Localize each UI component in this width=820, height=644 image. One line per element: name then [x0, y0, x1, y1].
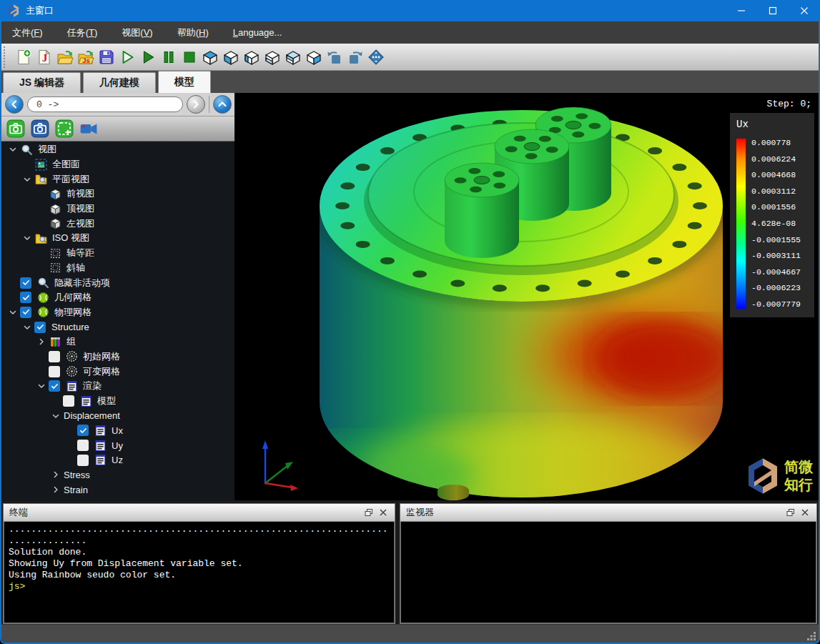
float-panel-button[interactable]	[784, 505, 798, 520]
tree-item-15[interactable]: 可变网格	[1, 364, 234, 379]
float-panel-button[interactable]	[362, 505, 376, 520]
close-button[interactable]	[789, 0, 820, 21]
pause-button[interactable]	[158, 46, 179, 68]
chevron-right-icon[interactable]	[49, 484, 63, 495]
menu-file[interactable]: 文件(F)	[6, 21, 49, 44]
tree-item-11[interactable]: 物理网格	[1, 305, 234, 320]
tab-bar: JS 编辑器 几何建模 模型	[1, 71, 819, 93]
record-video-button[interactable]	[79, 119, 98, 139]
tree-item-20[interactable]: Uy	[1, 438, 234, 453]
tree-item-22[interactable]: Stress	[1, 467, 234, 482]
doc-icon	[94, 440, 107, 452]
tree-item-0[interactable]: 视图	[1, 142, 234, 157]
tree-item-23[interactable]: Strain	[1, 482, 234, 497]
tree-item-6[interactable]: ISO 视图	[1, 231, 234, 246]
collapse-panel-button[interactable]	[213, 95, 232, 114]
view-top-button[interactable]	[199, 46, 220, 68]
view-bottom-button[interactable]	[262, 46, 282, 68]
checkbox-checked[interactable]	[20, 277, 31, 289]
maximize-button[interactable]	[757, 0, 789, 21]
checkbox-checked[interactable]	[77, 425, 89, 436]
tree-item-8[interactable]: 斜轴	[1, 261, 234, 276]
stop-button[interactable]	[179, 46, 199, 68]
minimize-button[interactable]	[726, 0, 757, 21]
view-right-button[interactable]	[303, 46, 324, 68]
terminal-output[interactable]: ........................................…	[4, 522, 395, 623]
tree-item-21[interactable]: Uz	[1, 452, 234, 467]
tree-item-14[interactable]: 初始网格	[1, 350, 234, 365]
chevron-down-icon[interactable]	[6, 307, 20, 318]
menu-task[interactable]: 任务(T)	[61, 21, 104, 44]
monitor-titlebar: 监视器	[400, 504, 816, 522]
checkbox-checked[interactable]	[20, 292, 31, 303]
checkbox-checked[interactable]	[20, 307, 31, 318]
toolbar-grip[interactable]	[4, 46, 9, 68]
chevron-down-icon[interactable]	[34, 380, 49, 392]
tree-item-13[interactable]: 组	[1, 335, 234, 350]
fit-view-button[interactable]	[365, 46, 386, 68]
chevron-down-icon[interactable]	[6, 144, 20, 155]
tree-item-5[interactable]: 左视图	[1, 216, 234, 231]
nav-separator	[209, 96, 209, 113]
checkbox-checked[interactable]	[49, 380, 60, 392]
chevron-right-icon[interactable]	[49, 469, 63, 480]
tree-item-19[interactable]: Ux	[1, 423, 234, 438]
save-button[interactable]	[96, 46, 117, 68]
close-panel-button[interactable]	[376, 505, 390, 520]
tree-item-2[interactable]: 平面视图	[1, 172, 234, 187]
resize-grip[interactable]	[806, 630, 816, 640]
chevron-down-icon[interactable]	[20, 232, 34, 244]
checkbox-unchecked[interactable]	[63, 395, 74, 407]
tree-item-18[interactable]: Displacement	[1, 408, 234, 423]
close-panel-button[interactable]	[798, 505, 812, 520]
tree-item-10[interactable]: 几何网格	[1, 290, 234, 305]
chevron-down-icon[interactable]	[49, 410, 63, 422]
screenshot-button[interactable]	[6, 119, 25, 139]
screenshot-window-button[interactable]	[30, 119, 49, 139]
capture-region-button[interactable]	[54, 119, 74, 139]
tab-js-editor[interactable]: JS 编辑器	[3, 72, 81, 93]
checkbox-unchecked[interactable]	[77, 455, 89, 466]
view-left-button[interactable]	[241, 46, 262, 68]
rotate-view-left-button[interactable]	[324, 46, 345, 68]
checkbox-checked[interactable]	[34, 322, 46, 333]
frame-input[interactable]	[27, 96, 183, 112]
chevron-down-icon[interactable]	[20, 174, 34, 185]
view-iso-button[interactable]	[282, 46, 303, 68]
tree-item-7[interactable]: 轴等距	[1, 246, 234, 261]
checkbox-unchecked[interactable]	[77, 440, 89, 451]
rotate-view-right-button[interactable]	[345, 46, 365, 68]
view-front-button[interactable]	[220, 46, 241, 68]
tree-item-12[interactable]: Structure	[1, 319, 234, 335]
tree-item-16[interactable]: 渲染	[1, 379, 234, 394]
close-icon	[801, 508, 809, 517]
tree-item-4[interactable]: 顶视图	[1, 202, 234, 217]
chevron-right-icon[interactable]	[34, 336, 49, 347]
tree-item-1[interactable]: 全图面	[1, 157, 234, 172]
viewport-3d[interactable]: Step: 0; Ux 0.0007780.00062240.00046680.…	[235, 93, 819, 500]
checkbox-unchecked[interactable]	[49, 366, 60, 377]
tree-item-label: 轴等距	[66, 247, 94, 259]
menu-view[interactable]: 视图(V)	[115, 21, 159, 44]
next-frame-button[interactable]	[187, 95, 205, 114]
tab-model[interactable]: 模型	[158, 71, 211, 93]
run-button[interactable]	[137, 46, 158, 68]
chevron-down-icon[interactable]	[20, 322, 34, 333]
doc-icon	[94, 454, 107, 466]
checkbox-unchecked[interactable]	[49, 351, 60, 362]
magnifier-icon	[36, 277, 49, 289]
open-folder-button[interactable]	[54, 46, 75, 68]
tree-item-9[interactable]: 隐藏非活动项	[1, 275, 234, 290]
new-js-file-button[interactable]: J	[34, 46, 54, 68]
prev-frame-button[interactable]	[5, 95, 24, 114]
open-js-folder-button[interactable]: Js	[75, 46, 96, 68]
tree-item-3[interactable]: 前视图	[1, 187, 234, 202]
menu-help[interactable]: 帮助(H)	[171, 21, 215, 44]
menu-language[interactable]: Language...	[227, 21, 289, 44]
run-step-button[interactable]	[117, 46, 137, 68]
rotate-left-icon	[326, 49, 343, 66]
tab-geometry[interactable]: 几何建模	[83, 72, 156, 93]
tree-item-17[interactable]: 模型	[1, 394, 234, 409]
new-file-button[interactable]	[13, 46, 34, 68]
mesh-icon	[65, 365, 78, 377]
